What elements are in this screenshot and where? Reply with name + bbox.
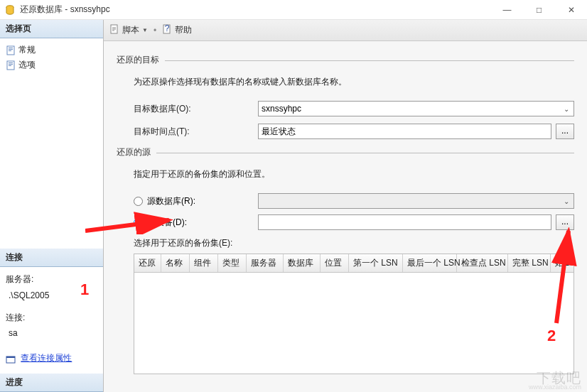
col-server: 服务器 <box>247 254 284 272</box>
right-panel: 脚本 ▼ • ? 帮助 还原的目标 为还原操作选择现有数据库的名称或键入新数据库… <box>104 20 587 392</box>
source-device-input[interactable] <box>258 214 551 230</box>
page-tree: 常规 选项 <box>0 38 103 77</box>
col-start: 始E <box>551 254 573 272</box>
source-db-radio[interactable] <box>134 197 143 206</box>
tree-item-general[interactable]: 常规 <box>6 43 97 58</box>
col-database: 数据库 <box>284 254 321 272</box>
col-full-lsn: 完整 LSN <box>508 254 551 272</box>
left-panel: 选择页 常规 选项 连接 服务器: .\SQL2005 连接: sa 查看连接属… <box>0 20 104 392</box>
script-label: 脚本 <box>122 24 139 36</box>
table-header: 还原 名称 组件 类型 服务器 数据库 位置 第一个 LSN 最后一个 LSN … <box>134 254 573 273</box>
toolbar: 脚本 ▼ • ? 帮助 <box>104 20 587 41</box>
server-label: 服务器: <box>6 274 33 284</box>
col-first-lsn: 第一个 LSN <box>349 254 403 272</box>
backup-sets-table[interactable]: 还原 名称 组件 类型 服务器 数据库 位置 第一个 LSN 最后一个 LSN … <box>134 254 574 374</box>
help-icon: ? <box>162 24 172 36</box>
source-device-label: 源设备(D): <box>147 217 187 229</box>
chevron-down-icon: ⌄ <box>564 197 571 205</box>
group-target-label: 还原的目标 <box>117 54 159 66</box>
source-db-label: 源数据库(R): <box>147 195 195 207</box>
help-button[interactable]: ? 帮助 <box>162 24 192 36</box>
progress-header: 进度 <box>0 374 103 392</box>
source-hint: 指定用于还原的备份集的源和位置。 <box>134 168 574 180</box>
connection-body: 服务器: .\SQL2005 连接: sa 查看连接属性 <box>0 267 103 374</box>
tree-item-options[interactable]: 选项 <box>6 58 97 72</box>
conn-value: sa <box>9 328 18 338</box>
col-position: 位置 <box>321 254 349 272</box>
chevron-down-icon: ⌄ <box>564 105 571 113</box>
connection-header: 连接 <box>0 249 103 267</box>
svg-rect-2 <box>9 48 13 48</box>
col-component: 组件 <box>190 254 218 272</box>
svg-rect-10 <box>6 356 15 358</box>
server-value: .\SQL2005 <box>9 290 49 300</box>
svg-rect-8 <box>9 65 11 66</box>
window-title: 还原数据库 - sxnssyhpc <box>20 4 491 16</box>
titlebar: 还原数据库 - sxnssyhpc — □ ✕ <box>0 0 587 20</box>
svg-rect-3 <box>9 49 13 50</box>
target-db-value: sxnssyhpc <box>262 104 301 114</box>
script-button[interactable]: 脚本 ▼ <box>109 24 148 36</box>
chevron-down-icon: ▼ <box>142 27 148 33</box>
col-last-lsn: 最后一个 LSN <box>403 254 457 272</box>
source-device-browse-button[interactable]: ... <box>556 214 574 230</box>
backup-sets-label: 选择用于还原的备份集(E): <box>134 237 574 249</box>
svg-rect-6 <box>9 62 13 63</box>
target-time-label: 目标时间点(T): <box>134 126 258 138</box>
source-db-combo: ⌄ <box>258 193 574 209</box>
select-page-header: 选择页 <box>0 20 103 38</box>
target-time-browse-button[interactable]: ... <box>556 124 574 139</box>
target-time-input[interactable] <box>258 124 551 139</box>
maximize-button[interactable]: □ <box>523 0 555 19</box>
page-icon <box>6 60 16 70</box>
col-restore: 还原 <box>134 254 161 272</box>
group-source: 还原的源 <box>117 146 574 158</box>
target-db-combo[interactable]: sxnssyhpc ⌄ <box>258 101 574 116</box>
page-icon <box>6 45 16 55</box>
col-checkpoint-lsn: 检查点 LSN <box>457 254 508 272</box>
tree-label: 选项 <box>18 59 36 71</box>
database-icon <box>4 4 16 16</box>
conn-label: 连接: <box>6 312 25 322</box>
view-connection-properties-link[interactable]: 查看连接属性 <box>21 353 72 363</box>
properties-icon <box>6 354 16 364</box>
group-target: 还原的目标 <box>117 54 574 66</box>
svg-rect-4 <box>9 50 11 51</box>
tree-label: 常规 <box>18 44 36 56</box>
minimize-button[interactable]: — <box>491 0 523 19</box>
toolbar-separator: • <box>154 26 156 36</box>
source-device-radio[interactable] <box>134 218 143 227</box>
content: 还原的目标 为还原操作选择现有数据库的名称或键入新数据库名称。 目标数据库(O)… <box>104 41 587 392</box>
help-label: 帮助 <box>175 24 192 36</box>
col-name: 名称 <box>161 254 190 272</box>
target-hint: 为还原操作选择现有数据库的名称或键入新数据库名称。 <box>134 76 574 88</box>
close-button[interactable]: ✕ <box>555 0 587 19</box>
target-db-label: 目标数据库(O): <box>134 103 258 115</box>
col-type: 类型 <box>218 254 247 272</box>
window-controls: — □ ✕ <box>491 0 587 19</box>
svg-text:?: ? <box>165 24 170 33</box>
script-icon <box>109 24 119 36</box>
group-source-label: 还原的源 <box>117 146 151 158</box>
svg-rect-7 <box>9 64 13 65</box>
